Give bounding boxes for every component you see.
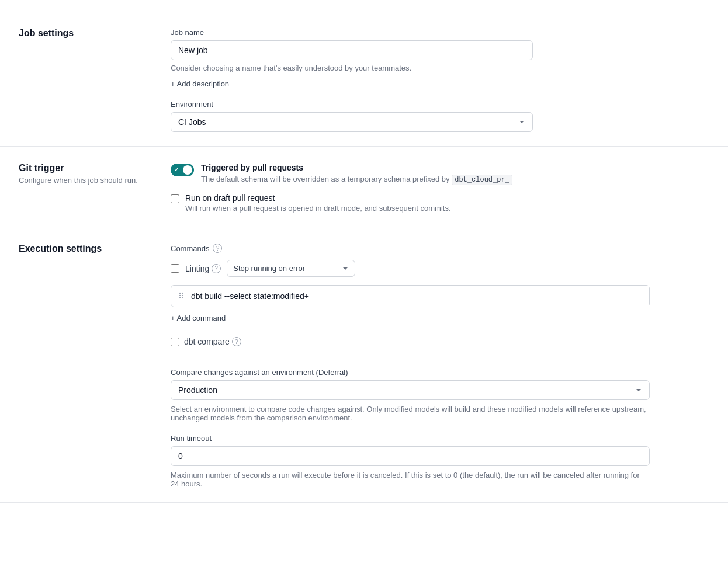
commands-help-icon[interactable]: ?	[213, 244, 222, 253]
environment-label: Environment	[171, 100, 533, 109]
compare-env-helper: Select an environment to compare code ch…	[171, 405, 650, 422]
run-timeout-helper: Maximum number of seconds a run will exe…	[171, 471, 650, 488]
git-trigger-content: ✓ Triggered by pull requests The default…	[171, 163, 533, 213]
dbt-compare-label: dbt compare ?	[184, 337, 241, 346]
environment-field: Environment CI Jobs Production Staging	[171, 100, 533, 132]
linting-checkbox[interactable]	[171, 264, 179, 273]
git-trigger-section: Git trigger Configure when this job shou…	[0, 147, 728, 227]
code-snippet: dbt_cloud_pr_	[452, 175, 512, 185]
job-settings-title: Job settings	[19, 28, 152, 39]
draft-pr-label: Run on draft pull request	[185, 193, 451, 203]
draft-pr-checkbox-row: Run on draft pull request Will run when …	[171, 193, 533, 213]
run-timeout-input[interactable]	[171, 446, 650, 466]
add-description-label: + Add description	[171, 79, 229, 88]
pull-request-toggle-label: Triggered by pull requests	[201, 163, 512, 172]
pull-request-toggle-description: The default schema will be overridden as…	[201, 175, 512, 184]
job-name-label: Job name	[171, 28, 533, 37]
compare-env-select[interactable]: Production Staging Development	[171, 380, 650, 400]
commands-label: Commands	[171, 244, 209, 253]
compare-env-label: Compare changes against an environment (…	[171, 368, 650, 377]
job-settings-label: Job settings	[19, 28, 171, 132]
draft-pr-checkbox[interactable]	[171, 194, 179, 203]
add-command-label: + Add command	[171, 314, 226, 322]
linting-select[interactable]: Stop running on error Continue on error	[227, 260, 355, 277]
linting-label: Linting ?	[185, 264, 221, 273]
add-description-link[interactable]: + Add description	[171, 79, 229, 88]
pull-request-toggle-text: Triggered by pull requests The default s…	[201, 163, 512, 184]
toggle-thumb	[183, 165, 192, 175]
git-trigger-title: Git trigger	[19, 163, 152, 173]
environment-select[interactable]: CI Jobs Production Staging	[171, 112, 533, 132]
job-name-field: Job name Consider choosing a name that's…	[171, 28, 533, 72]
compare-env-field: Compare changes against an environment (…	[171, 368, 650, 422]
command-input[interactable]	[191, 286, 649, 307]
command-input-row: ⠿	[171, 285, 650, 307]
execution-settings-label: Execution settings	[19, 244, 171, 488]
dbt-compare-checkbox[interactable]	[171, 338, 179, 346]
commands-header: Commands ?	[171, 244, 650, 253]
job-name-input[interactable]	[171, 40, 533, 60]
execution-settings-content: Commands ? Linting ? Stop running on err…	[171, 244, 650, 488]
dbt-compare-help-icon[interactable]: ?	[232, 337, 241, 346]
execution-settings-title: Execution settings	[19, 244, 152, 254]
draft-pr-description: Will run when a pull request is opened i…	[185, 204, 451, 213]
draft-pr-text: Run on draft pull request Will run when …	[185, 193, 451, 213]
run-timeout-label: Run timeout	[171, 434, 650, 443]
dbt-compare-row: dbt compare ?	[171, 332, 650, 356]
drag-handle-icon[interactable]: ⠿	[171, 291, 191, 301]
pull-request-toggle[interactable]: ✓	[171, 164, 194, 176]
git-trigger-subtitle: Configure when this job should run.	[19, 176, 152, 185]
linting-help-icon[interactable]: ?	[212, 264, 221, 273]
toggle-check-icon: ✓	[174, 166, 179, 173]
git-trigger-label: Git trigger Configure when this job shou…	[19, 163, 171, 213]
job-name-helper: Consider choosing a name that's easily u…	[171, 64, 533, 72]
linting-row: Linting ? Stop running on error Continue…	[171, 260, 650, 277]
job-settings-content: Job name Consider choosing a name that's…	[171, 28, 533, 132]
job-settings-section: Job settings Job name Consider choosing …	[0, 14, 728, 147]
toggle-track: ✓	[171, 164, 194, 176]
execution-settings-section: Execution settings Commands ? Linting ? …	[0, 227, 728, 503]
add-command-link[interactable]: + Add command	[171, 314, 226, 322]
divider	[171, 356, 650, 356]
run-timeout-section: Run timeout Maximum number of seconds a …	[171, 434, 650, 488]
pull-request-toggle-row: ✓ Triggered by pull requests The default…	[171, 163, 533, 184]
